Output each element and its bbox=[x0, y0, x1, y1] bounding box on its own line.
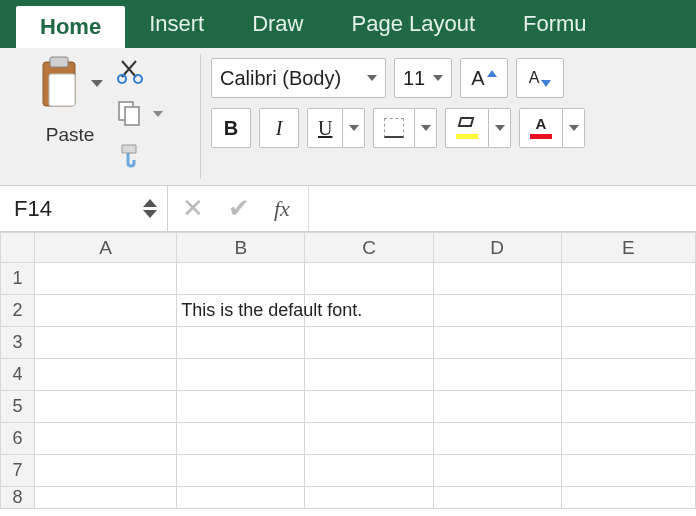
cell-a5[interactable] bbox=[35, 391, 177, 423]
cell-c6[interactable] bbox=[305, 423, 433, 455]
bold-button[interactable]: B bbox=[211, 108, 251, 148]
cell-d5[interactable] bbox=[433, 391, 561, 423]
cell-b2[interactable]: This is the default font. bbox=[177, 295, 305, 327]
copy-icon bbox=[116, 99, 144, 130]
cell-e5[interactable] bbox=[561, 391, 695, 423]
cell-b4[interactable] bbox=[177, 359, 305, 391]
cell-b3[interactable] bbox=[177, 327, 305, 359]
chevron-down-icon bbox=[569, 125, 579, 131]
row-header-4[interactable]: 4 bbox=[1, 359, 35, 391]
cell-c5[interactable] bbox=[305, 391, 433, 423]
copy-dropdown-icon[interactable] bbox=[153, 111, 163, 117]
cell-b5[interactable] bbox=[177, 391, 305, 423]
cell-d6[interactable] bbox=[433, 423, 561, 455]
cell-a6[interactable] bbox=[35, 423, 177, 455]
copy-button[interactable] bbox=[115, 100, 145, 128]
group-font: Calibri (Body) 11 A A B I U bbox=[201, 48, 595, 185]
row-header-3[interactable]: 3 bbox=[1, 327, 35, 359]
paste-button[interactable]: Paste bbox=[37, 56, 103, 146]
cell-d3[interactable] bbox=[433, 327, 561, 359]
underline-dropdown[interactable] bbox=[343, 108, 365, 148]
cell-a2[interactable] bbox=[35, 295, 177, 327]
name-box-stepper[interactable] bbox=[143, 199, 157, 218]
chevron-down-icon bbox=[349, 125, 359, 131]
column-header-d[interactable]: D bbox=[433, 233, 561, 263]
cell-e3[interactable] bbox=[561, 327, 695, 359]
cell-e1[interactable] bbox=[561, 263, 695, 295]
cell-a1[interactable] bbox=[35, 263, 177, 295]
cell-e6[interactable] bbox=[561, 423, 695, 455]
cell-a7[interactable] bbox=[35, 455, 177, 487]
cell-d2[interactable] bbox=[433, 295, 561, 327]
column-header-a[interactable]: A bbox=[35, 233, 177, 263]
row-header-7[interactable]: 7 bbox=[1, 455, 35, 487]
font-color-dropdown[interactable] bbox=[563, 108, 585, 148]
cell-b8[interactable] bbox=[177, 487, 305, 509]
tab-home[interactable]: Home bbox=[16, 6, 125, 48]
tab-page-layout[interactable]: Page Layout bbox=[328, 0, 500, 48]
border-button[interactable] bbox=[373, 108, 415, 148]
fill-color-button[interactable] bbox=[445, 108, 489, 148]
paste-label: Paste bbox=[46, 124, 95, 146]
ribbon-tab-strip: Home Insert Draw Page Layout Formu bbox=[0, 0, 696, 48]
formula-bar-controls: ✕ ✔ fx bbox=[168, 186, 304, 231]
row-header-1[interactable]: 1 bbox=[1, 263, 35, 295]
fill-color-dropdown[interactable] bbox=[489, 108, 511, 148]
paste-dropdown-icon[interactable] bbox=[91, 80, 103, 87]
cell-e8[interactable] bbox=[561, 487, 695, 509]
cell-c7[interactable] bbox=[305, 455, 433, 487]
select-all-corner[interactable] bbox=[1, 233, 35, 263]
fill-color-split-button[interactable] bbox=[445, 108, 511, 148]
cell-e4[interactable] bbox=[561, 359, 695, 391]
shrink-font-button[interactable]: A bbox=[516, 58, 564, 98]
tab-insert[interactable]: Insert bbox=[125, 0, 228, 48]
cell-d4[interactable] bbox=[433, 359, 561, 391]
cell-b7[interactable] bbox=[177, 455, 305, 487]
column-header-e[interactable]: E bbox=[561, 233, 695, 263]
row-header-6[interactable]: 6 bbox=[1, 423, 35, 455]
fx-icon[interactable]: fx bbox=[274, 196, 290, 222]
cell-d8[interactable] bbox=[433, 487, 561, 509]
format-painter-button[interactable] bbox=[115, 142, 145, 170]
name-box-value: F14 bbox=[14, 196, 52, 222]
cell-c3[interactable] bbox=[305, 327, 433, 359]
font-color-split-button[interactable]: A bbox=[519, 108, 585, 148]
row-header-8[interactable]: 8 bbox=[1, 487, 35, 509]
svg-rect-1 bbox=[50, 57, 68, 67]
cell-b1[interactable] bbox=[177, 263, 305, 295]
underline-button[interactable]: U bbox=[307, 108, 343, 148]
font-name-combo[interactable]: Calibri (Body) bbox=[211, 58, 386, 98]
tab-formulas[interactable]: Formu bbox=[499, 0, 611, 48]
name-box[interactable]: F14 bbox=[0, 186, 168, 231]
italic-button[interactable]: I bbox=[259, 108, 299, 148]
cell-d7[interactable] bbox=[433, 455, 561, 487]
spreadsheet-grid[interactable]: A B C D E 1 2This is the default font. 3… bbox=[0, 232, 696, 509]
accept-formula-button[interactable]: ✔ bbox=[228, 193, 250, 224]
cell-c8[interactable] bbox=[305, 487, 433, 509]
cut-button[interactable] bbox=[115, 58, 145, 86]
row-header-5[interactable]: 5 bbox=[1, 391, 35, 423]
cell-a4[interactable] bbox=[35, 359, 177, 391]
underline-split-button[interactable]: U bbox=[307, 108, 365, 148]
paintbrush-icon bbox=[116, 141, 144, 172]
formula-bar-input[interactable] bbox=[308, 186, 696, 231]
cancel-formula-button[interactable]: ✕ bbox=[182, 193, 204, 224]
tab-draw[interactable]: Draw bbox=[228, 0, 327, 48]
cell-e7[interactable] bbox=[561, 455, 695, 487]
font-size-combo[interactable]: 11 bbox=[394, 58, 452, 98]
grow-font-button[interactable]: A bbox=[460, 58, 508, 98]
cell-a8[interactable] bbox=[35, 487, 177, 509]
font-color-button[interactable]: A bbox=[519, 108, 563, 148]
cell-c4[interactable] bbox=[305, 359, 433, 391]
cell-b6[interactable] bbox=[177, 423, 305, 455]
border-split-button[interactable] bbox=[373, 108, 437, 148]
cell-c1[interactable] bbox=[305, 263, 433, 295]
cell-a3[interactable] bbox=[35, 327, 177, 359]
scissors-icon bbox=[116, 57, 144, 88]
border-dropdown[interactable] bbox=[415, 108, 437, 148]
column-header-c[interactable]: C bbox=[305, 233, 433, 263]
cell-d1[interactable] bbox=[433, 263, 561, 295]
column-header-b[interactable]: B bbox=[177, 233, 305, 263]
cell-e2[interactable] bbox=[561, 295, 695, 327]
row-header-2[interactable]: 2 bbox=[1, 295, 35, 327]
